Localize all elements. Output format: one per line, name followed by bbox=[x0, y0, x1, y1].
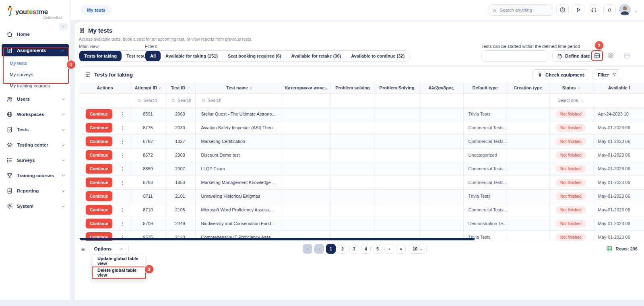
available-from-cell: Apr-24-2023 10 bbox=[593, 107, 644, 121]
page-button-4[interactable]: 4 bbox=[361, 244, 371, 254]
page-button-item[interactable]: › bbox=[384, 244, 394, 254]
search-input[interactable] bbox=[500, 8, 544, 12]
column-header-creation-type[interactable]: Creation type bbox=[507, 83, 549, 93]
kebab-menu-icon[interactable]: ⋮ bbox=[118, 221, 127, 227]
sidebar-item-system[interactable]: System bbox=[0, 198, 70, 214]
menu-item-delete-global-table-view[interactable]: Delete global table view bbox=[92, 267, 146, 279]
table-view-button[interactable] bbox=[591, 50, 603, 61]
attempt-id-cell: 8710 bbox=[131, 203, 165, 217]
table-row: Continue⋮88592007LLQP ExamCommercial Tes… bbox=[79, 162, 644, 176]
continue-button[interactable]: Continue bbox=[86, 219, 112, 228]
kebab-menu-icon[interactable]: ⋮ bbox=[118, 152, 127, 158]
status-cell: Not finished bbox=[549, 148, 593, 162]
search-filter-test-id[interactable]: Search bbox=[165, 93, 195, 107]
define-date-button[interactable]: Define date bbox=[552, 50, 595, 62]
filter-tab-all[interactable]: All bbox=[145, 51, 161, 61]
sidebar-item-my-surveys[interactable]: My surveys bbox=[0, 69, 70, 80]
column-header-status[interactable]: Status↓↑ bbox=[549, 83, 593, 93]
status-cell: Not finished bbox=[549, 217, 593, 230]
search-filter-test-name[interactable]: Search bbox=[195, 93, 283, 107]
continue-button[interactable]: Continue bbox=[86, 109, 112, 119]
breadcrumb[interactable]: My tests bbox=[80, 5, 112, 15]
sidebar-item-my-training-courses[interactable]: My training courses bbox=[0, 80, 70, 91]
menu-item-update-global-table-view[interactable]: Update global table view bbox=[93, 255, 145, 267]
horizontal-scrollbar[interactable] bbox=[79, 238, 475, 240]
calendar-view-button[interactable] bbox=[621, 50, 633, 61]
page-button-item[interactable]: » bbox=[396, 244, 406, 254]
page-button-5[interactable]: 5 bbox=[373, 244, 382, 254]
continue-button[interactable]: Continue bbox=[86, 123, 112, 132]
sidebar-collapse-button[interactable]: « bbox=[59, 23, 68, 30]
search-icon bbox=[137, 98, 141, 103]
empty-cell bbox=[419, 134, 463, 148]
sidebar-item-assignments[interactable]: Assignments bbox=[2, 44, 69, 56]
sidebar-item-label: Training courses bbox=[17, 173, 54, 178]
filter-tab-seat-booking-required-6[interactable]: Seat booking required (6) bbox=[223, 51, 286, 61]
page-button-item[interactable]: « bbox=[303, 244, 312, 254]
column-header-attempt-id[interactable]: Attempt ID↓↑ bbox=[131, 83, 165, 93]
avatar-chevron-icon[interactable] bbox=[634, 8, 638, 12]
notifications-button[interactable] bbox=[603, 4, 616, 15]
column-header-problem-solving[interactable]: Problem solving bbox=[330, 83, 375, 93]
creation-type-cell bbox=[507, 176, 549, 189]
kebab-menu-icon[interactable]: ⋮ bbox=[118, 207, 127, 213]
sidebar-item-home[interactable]: Home bbox=[0, 29, 70, 40]
continue-button[interactable]: Continue bbox=[86, 191, 112, 201]
grid-view-button[interactable] bbox=[605, 50, 617, 61]
sidebar-item-my-tests[interactable]: My tests bbox=[0, 58, 70, 69]
continue-button[interactable]: Continue bbox=[86, 205, 112, 215]
filter-tab-available-for-taking-151[interactable]: Available for taking (151) bbox=[161, 51, 223, 61]
status-filter-select[interactable]: Select one bbox=[549, 93, 593, 107]
test-name-cell: LLQP Exam bbox=[195, 162, 283, 176]
column-header-test-name[interactable]: Test name↓↑ bbox=[195, 83, 283, 93]
filter-tab-available-for-retake-30[interactable]: Available for retake (30) bbox=[286, 51, 346, 61]
search-filter-attempt-id[interactable]: Search bbox=[131, 93, 165, 107]
sidebar-item-training-courses[interactable]: Training courses bbox=[0, 168, 70, 183]
sidebar-item-tests[interactable]: Tests bbox=[0, 122, 70, 137]
sidebar-item-workspaces[interactable]: Workspaces bbox=[0, 107, 70, 122]
status-cell: Not finished bbox=[549, 107, 593, 121]
excel-export-icon[interactable] bbox=[606, 246, 613, 252]
options-button[interactable]: Options bbox=[89, 244, 129, 254]
page-size-select[interactable]: 10 bbox=[409, 244, 427, 254]
kebab-menu-icon[interactable]: ⋮ bbox=[118, 166, 127, 172]
column-header-item[interactable]: Категорички импе... bbox=[283, 83, 330, 93]
page-button-item[interactable]: ‹ bbox=[314, 244, 324, 254]
kebab-menu-icon[interactable]: ⋮ bbox=[118, 125, 127, 131]
play-icon bbox=[575, 7, 581, 13]
sidebar-item-users[interactable]: Users bbox=[0, 91, 70, 107]
column-header-available-f[interactable]: Available f bbox=[593, 83, 644, 93]
kebab-menu-icon[interactable]: ⋮ bbox=[118, 139, 127, 145]
support-button[interactable] bbox=[588, 4, 600, 15]
continue-button[interactable]: Continue bbox=[86, 150, 112, 160]
kebab-menu-icon[interactable]: ⋮ bbox=[118, 180, 127, 186]
tab-tests-for-taking[interactable]: Tests for taking bbox=[79, 51, 122, 61]
sidebar-item-label: My tests bbox=[10, 61, 27, 66]
column-header-actions[interactable]: Actions bbox=[79, 83, 131, 93]
kebab-menu-icon[interactable]: ⋮ bbox=[118, 111, 127, 117]
global-search[interactable] bbox=[488, 4, 553, 16]
continue-button[interactable]: Continue bbox=[86, 136, 112, 146]
sidebar-item-surveys[interactable]: Surveys bbox=[0, 153, 70, 168]
help-button[interactable] bbox=[556, 4, 569, 15]
continue-button[interactable]: Continue bbox=[86, 178, 112, 187]
page-button-2[interactable]: 2 bbox=[338, 244, 347, 254]
hamburger-icon[interactable]: ≡ bbox=[79, 246, 89, 252]
creation-type-cell bbox=[507, 121, 549, 134]
column-header-problem-solving[interactable]: Problem Solving bbox=[375, 83, 419, 93]
sidebar-item-testing-center[interactable]: Testing center bbox=[0, 137, 70, 153]
sidebar-item-reporting[interactable]: Reporting bbox=[0, 183, 70, 198]
filter-button[interactable]: Filter bbox=[592, 69, 622, 80]
continue-button[interactable]: Continue bbox=[86, 164, 112, 174]
column-header-default-type[interactable]: Default type bbox=[463, 83, 507, 93]
date-range-input[interactable] bbox=[481, 50, 548, 62]
page-button-1[interactable]: 1 bbox=[326, 244, 336, 254]
page-button-3[interactable]: 3 bbox=[349, 244, 359, 254]
column-header-test-id[interactable]: Test ID↓↑ bbox=[165, 83, 195, 93]
avatar[interactable] bbox=[619, 4, 631, 16]
filter-tab-available-to-continue-32[interactable]: Available to continue (32) bbox=[346, 51, 409, 61]
check-equipment-button[interactable]: Check equipment bbox=[532, 69, 589, 80]
creation-type-cell bbox=[507, 148, 549, 162]
column-header-item[interactable]: Αλέξανδρος bbox=[419, 83, 463, 93]
tutorial-button[interactable] bbox=[572, 4, 584, 15]
